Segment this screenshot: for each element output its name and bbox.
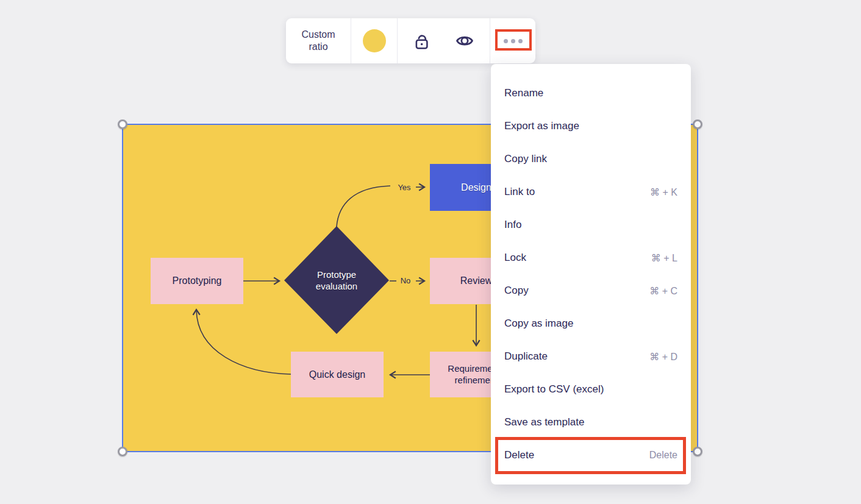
menu-item-link-to[interactable]: Link to ⌘ + K (491, 176, 691, 208)
edge-label-no: No (395, 275, 416, 286)
shortcut-label: ⌘ + C (649, 285, 677, 297)
node-label: Review (460, 275, 492, 287)
node-prototype-evaluation-label: Prototype evaluation (300, 262, 373, 299)
eye-icon (456, 32, 474, 50)
shortcut-label: ⌘ + K (650, 186, 677, 198)
more-options-button[interactable] (490, 18, 535, 63)
context-menu: Rename Export as image Copy link Link to… (491, 64, 691, 484)
menu-item-export-as-image[interactable]: Export as image (491, 110, 691, 143)
shortcut-label: ⌘ + L (651, 252, 677, 264)
shortcut-label: ⌘ + D (649, 351, 677, 363)
fill-color-button[interactable] (351, 18, 397, 63)
node-prototyping[interactable]: Prototyping (151, 258, 243, 304)
menu-item-delete[interactable]: Delete Delete (491, 439, 691, 472)
menu-item-copy-link[interactable]: Copy link (491, 143, 691, 176)
menu-item-info[interactable]: Info (491, 208, 691, 241)
custom-ratio-button[interactable]: Custom ratio (286, 18, 351, 63)
color-fill-swatch-icon (363, 29, 386, 52)
menu-item-duplicate[interactable]: Duplicate ⌘ + D (491, 340, 691, 373)
node-label: Design (461, 182, 491, 194)
node-label: Quick design (309, 369, 366, 381)
node-label: Prototyping (173, 275, 222, 287)
more-ellipsis-icon (504, 39, 523, 43)
menu-item-copy-as-image[interactable]: Copy as image (491, 307, 691, 340)
edge-label-yes: Yes (394, 182, 415, 193)
custom-ratio-label: Custom ratio (295, 29, 341, 53)
menu-item-export-to-csv[interactable]: Export to CSV (excel) (491, 373, 691, 406)
visibility-button[interactable] (456, 32, 474, 50)
shortcut-label: Delete (649, 450, 677, 461)
selection-handle-top-right[interactable] (693, 119, 702, 129)
menu-item-rename[interactable]: Rename (491, 77, 691, 110)
node-quick-design[interactable]: Quick design (291, 352, 384, 397)
menu-item-lock[interactable]: Lock ⌘ + L (491, 241, 691, 274)
menu-item-copy[interactable]: Copy ⌘ + C (491, 274, 691, 307)
unlock-icon (413, 32, 430, 49)
selection-handle-top-left[interactable] (118, 119, 127, 129)
selection-handle-bottom-right[interactable] (693, 447, 702, 456)
unlock-button[interactable] (413, 32, 430, 49)
menu-item-save-as-template[interactable]: Save as template (491, 406, 691, 439)
selection-toolbar: Custom ratio (286, 18, 535, 63)
selection-handle-bottom-left[interactable] (118, 447, 127, 456)
canvas[interactable]: Prototyping Prototype evaluation Design … (0, 0, 861, 504)
